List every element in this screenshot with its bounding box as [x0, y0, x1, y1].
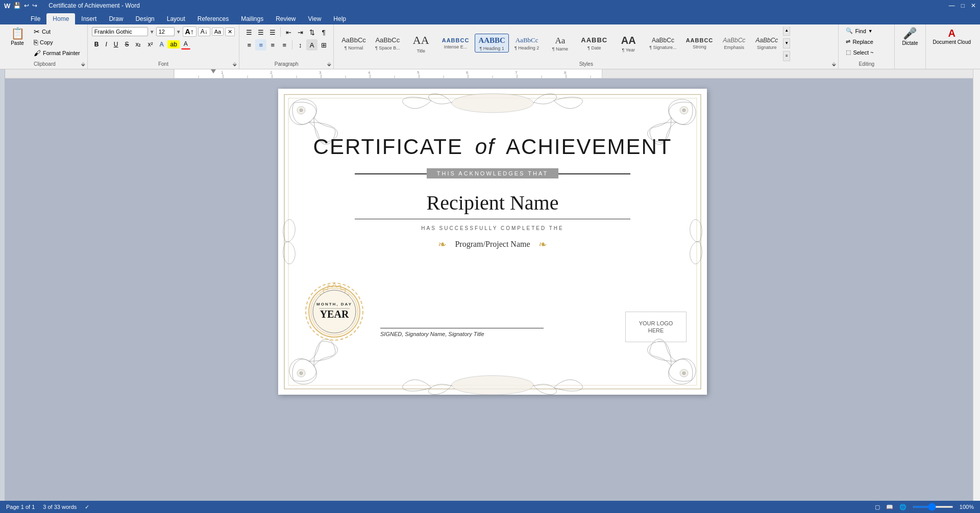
tab-draw[interactable]: Draw — [103, 13, 129, 24]
quick-access-redo[interactable]: ↪ — [32, 2, 37, 9]
italic-button[interactable]: I — [103, 40, 109, 49]
styles-scroll-up[interactable]: ▲ — [783, 27, 790, 36]
align-center-button[interactable]: ≡ — [255, 39, 266, 50]
shading-button[interactable]: A — [306, 39, 317, 50]
tab-layout[interactable]: Layout — [161, 13, 191, 24]
word-document[interactable]: CERTIFICATE of ACHIEVEMENT THIS ACKNOWLE… — [278, 89, 707, 395]
paragraph-expand-icon[interactable]: ⬙ — [327, 61, 331, 67]
cut-button[interactable]: ✂ Cut — [31, 27, 83, 37]
tab-review[interactable]: Review — [270, 13, 302, 24]
view-read-mode[interactable]: 📖 — [886, 504, 893, 510]
show-marks-button[interactable]: ¶ — [318, 27, 329, 38]
font-grow-button[interactable]: A↑ — [183, 27, 197, 37]
change-case-button[interactable]: Aa — [212, 28, 224, 36]
quick-access-save[interactable]: 💾 — [13, 2, 21, 9]
style-heading1[interactable]: AABBC ¶ Heading 1 — [475, 34, 509, 53]
tab-view[interactable]: View — [302, 13, 328, 24]
clear-format-button[interactable]: ✕ — [225, 28, 235, 36]
copy-label: Copy — [40, 39, 53, 45]
close-btn[interactable]: ✕ — [971, 2, 976, 9]
style-signature2[interactable]: AaBbCc Signature — [751, 35, 782, 52]
styles-expand-icon[interactable]: ⬙ — [832, 61, 836, 67]
line-spacing-button[interactable]: ↕ — [295, 39, 306, 50]
bullets-button[interactable]: ☰ — [243, 27, 255, 38]
svg-point-38 — [452, 376, 533, 395]
app-title: Certificate of Achievement - Word — [48, 2, 140, 9]
style-date[interactable]: AABBC ¶ Date — [577, 34, 611, 52]
justify-button[interactable]: ≡ — [279, 39, 290, 50]
multilevel-button[interactable]: ☰ — [267, 27, 278, 38]
align-left-button[interactable]: ≡ — [243, 39, 255, 50]
font-color-button[interactable]: A — [181, 39, 190, 49]
clipboard-expand-icon[interactable]: ⬙ — [81, 61, 85, 67]
restore-btn[interactable]: □ — [961, 2, 965, 9]
replace-button[interactable]: ⇌ Replace — [843, 37, 876, 46]
cert-acknowledges: THIS ACKNOWLEDGES THAT — [427, 168, 558, 178]
style-emphasis[interactable]: AaBbCc Emphasis — [719, 35, 749, 52]
select-button[interactable]: ⬚ Select ~ — [843, 48, 876, 57]
cert-program-name[interactable]: Program/Project Name — [455, 240, 530, 249]
strikethrough-button[interactable]: S — [122, 40, 131, 49]
style-signature-line[interactable]: AaBbCc ¶ Signature... — [646, 35, 680, 52]
style-title-preview: AA — [413, 33, 429, 48]
copy-button[interactable]: ⎘ Copy — [31, 37, 83, 47]
font-name-dropdown-icon[interactable]: ▼ — [150, 29, 155, 35]
find-button[interactable]: 🔍 Find ▼ — [843, 27, 876, 35]
svg-text:1: 1 — [221, 70, 224, 75]
styles-gallery-expand[interactable]: ≡ — [783, 51, 790, 61]
quick-access-undo[interactable]: ↩ — [24, 2, 29, 9]
minimize-btn[interactable]: — — [949, 2, 955, 9]
font-size-dropdown-icon[interactable]: ▼ — [176, 29, 181, 35]
subscript-button[interactable]: x₂ — [133, 40, 143, 49]
cert-completed-text: HAS SUCCESSFULLY COMPLETED THE — [421, 225, 564, 231]
font-group: Franklin Gothic ▼ 12 ▼ A↑ A↓ Aa ✕ B I U … — [88, 24, 239, 69]
cert-sig-name: Signatory Name — [405, 331, 445, 337]
superscript-button[interactable]: x² — [145, 40, 155, 49]
styles-scroll-down[interactable]: ▼ — [783, 38, 790, 48]
style-intense-e[interactable]: AABBCC Intense E... — [438, 35, 473, 51]
view-web-layout[interactable]: 🌐 — [899, 504, 906, 510]
highlight-button[interactable]: ab — [167, 40, 179, 48]
decrease-indent-button[interactable]: ⇤ — [283, 27, 294, 38]
tab-mailings[interactable]: Mailings — [235, 13, 270, 24]
tab-help[interactable]: Help — [327, 13, 352, 24]
style-year[interactable]: AA ¶ Year — [613, 32, 644, 54]
underline-button[interactable]: U — [111, 40, 121, 49]
font-shrink-button[interactable]: A↓ — [198, 27, 210, 36]
paste-button[interactable]: 📋 Paste — [6, 27, 29, 55]
style-normal[interactable]: AaBbCc ¶ Normal — [338, 34, 370, 52]
tab-file[interactable]: File — [24, 13, 46, 24]
vertical-scrollbar[interactable] — [973, 69, 980, 501]
font-name-field[interactable]: Franklin Gothic — [92, 27, 148, 36]
editing-group-label: Editing — [839, 61, 894, 67]
zoom-slider[interactable] — [913, 506, 953, 508]
style-strong[interactable]: AABBCC Strong — [682, 35, 717, 51]
style-heading2[interactable]: AaBbCc ¶ Heading 2 — [511, 34, 543, 52]
tab-insert[interactable]: Insert — [75, 13, 103, 24]
cert-recipient-name[interactable]: Recipient Name — [427, 191, 559, 215]
bold-button[interactable]: B — [92, 40, 102, 49]
font-expand-icon[interactable]: ⬙ — [233, 61, 237, 67]
tab-home[interactable]: Home — [46, 13, 75, 24]
view-print-layout[interactable]: ▢ — [875, 504, 880, 510]
style-title[interactable]: AA Title — [406, 31, 436, 55]
cert-logo-placeholder[interactable]: YOUR LOGOHERE — [625, 312, 687, 342]
svg-text:3: 3 — [319, 70, 322, 75]
text-effects-button[interactable]: A — [157, 40, 166, 49]
tab-design[interactable]: Design — [129, 13, 160, 24]
align-right-button[interactable]: ≡ — [267, 39, 278, 50]
format-painter-button[interactable]: 🖌 Format Painter — [31, 48, 83, 58]
adobe-button[interactable]: A Document Cloud — [930, 27, 974, 53]
font-size-field[interactable]: 12 — [156, 27, 175, 36]
dictate-button[interactable]: 🎤 Dictate — [899, 27, 921, 54]
numbering-button[interactable]: ☰ — [255, 27, 266, 38]
format-painter-label: Format Painter — [43, 50, 80, 56]
style-space-b[interactable]: AaBbCc ¶ Space B... — [372, 34, 404, 52]
tab-references[interactable]: References — [191, 13, 235, 24]
sort-button[interactable]: ⇅ — [306, 27, 317, 38]
borders-button[interactable]: ⊞ — [318, 39, 329, 50]
title-bar-left: W 💾 ↩ ↪ Certificate of Achievement - Wor… — [4, 2, 140, 10]
replace-label: Replace — [852, 39, 873, 45]
style-name[interactable]: Aa ¶ Name — [545, 33, 575, 54]
increase-indent-button[interactable]: ⇥ — [295, 27, 306, 38]
